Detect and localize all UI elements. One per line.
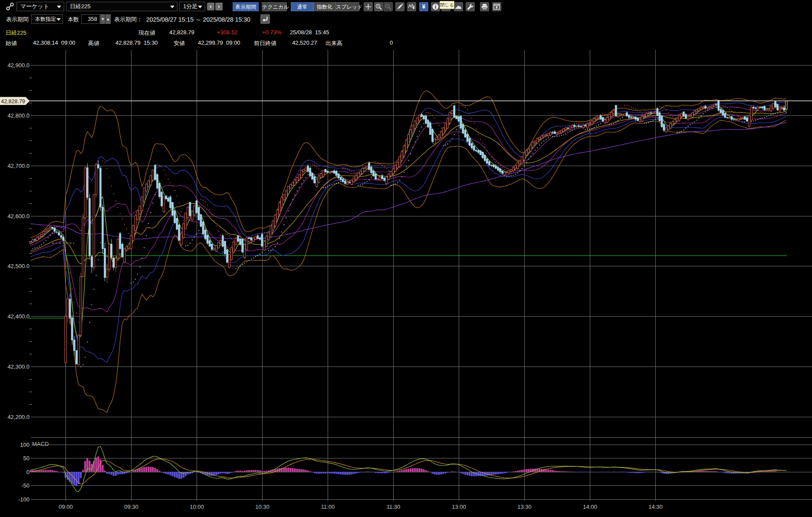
svg-text:42,200.0: 42,200.0 — [7, 414, 30, 420]
svg-text:42,300.0: 42,300.0 — [7, 363, 30, 370]
svg-text:42,400.0: 42,400.0 — [7, 313, 30, 320]
svg-text:10:30: 10:30 — [255, 504, 270, 510]
svg-text:-100: -100 — [18, 496, 30, 503]
svg-text:42,828.79: 42,828.79 — [1, 98, 25, 105]
svg-text:0: 0 — [26, 469, 30, 475]
svg-text:50: 50 — [23, 455, 30, 461]
svg-text:11:30: 11:30 — [387, 504, 401, 510]
svg-text:42,700.0: 42,700.0 — [7, 163, 30, 169]
svg-text:-50: -50 — [21, 482, 30, 489]
svg-text:10:00: 10:00 — [190, 504, 204, 510]
svg-text:11:00: 11:00 — [321, 504, 335, 510]
svg-text:42,600.0: 42,600.0 — [7, 213, 30, 219]
svg-text:09:30: 09:30 — [124, 504, 138, 510]
svg-text:09:00: 09:00 — [59, 504, 73, 510]
svg-text:42,900.0: 42,900.0 — [7, 62, 30, 69]
svg-text:13:00: 13:00 — [452, 504, 466, 510]
svg-text:14:30: 14:30 — [648, 504, 663, 510]
svg-text:14:00: 14:00 — [583, 504, 597, 510]
svg-text:13:30: 13:30 — [517, 504, 532, 510]
svg-text:MACD: MACD — [32, 441, 49, 447]
svg-text:42,500.0: 42,500.0 — [7, 263, 30, 269]
svg-text:100: 100 — [20, 442, 30, 448]
svg-text:42,800.0: 42,800.0 — [7, 112, 30, 119]
